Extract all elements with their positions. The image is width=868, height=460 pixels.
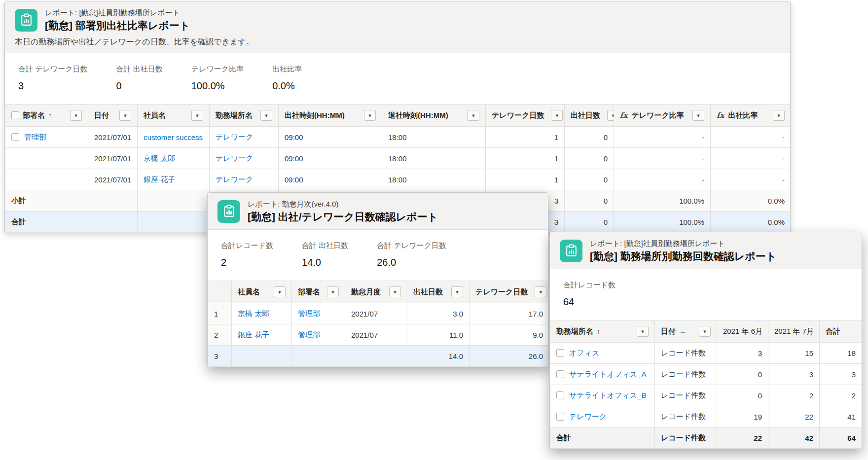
row-number: 2 [208, 324, 232, 346]
cell-workplace: サテライトオフィス_B [550, 385, 655, 406]
col-header-telework-ratio[interactable]: fx テレワーク比率 ▾ [614, 105, 711, 127]
workplace-link[interactable]: オフィス [569, 349, 599, 358]
cell-telework-days: 1 [486, 169, 565, 190]
col-header-workplace[interactable]: 勤務場所名 ↑ ▾ [550, 320, 655, 343]
col-label: 勤怠月度 [351, 287, 381, 297]
metric-telework-days: 合計 テレワーク日数 3 [18, 65, 88, 92]
column-menu-button[interactable]: ▾ [70, 110, 82, 121]
row-checkbox[interactable] [556, 370, 564, 378]
cell-telework-days: 1 [486, 127, 565, 148]
col-header-dept[interactable]: 部署名 ↑ ▾ [5, 105, 88, 127]
row-checkbox[interactable] [556, 349, 564, 357]
cell-office-days: 0 [565, 169, 614, 190]
col-header-date[interactable]: 日付 → ▾ [655, 320, 717, 343]
column-menu-button[interactable]: ▾ [274, 286, 286, 297]
col-header-employee[interactable]: 社員名 ▾ [138, 105, 210, 127]
workplace-link[interactable]: テレワーク [569, 412, 607, 422]
workplace-link[interactable]: テレワーク [216, 133, 253, 141]
employee-link[interactable]: 京橋 太郎 [238, 309, 269, 318]
employee-link[interactable]: customer success [144, 133, 203, 142]
column-menu-button[interactable]: ▾ [699, 326, 711, 337]
cell-measure: レコード件数 [655, 406, 717, 427]
sort-asc-icon: ↑ [597, 327, 600, 335]
col-header-employee[interactable]: 社員名 ▾ [232, 281, 292, 303]
chevron-down-icon: ▾ [777, 113, 780, 118]
chevron-down-icon: ▾ [456, 289, 459, 295]
metric-value: 64 [563, 296, 615, 308]
table-row: 管理部 2021/07/01 customer success テレワーク 09… [5, 127, 791, 148]
col-header-office-days[interactable]: 出社日数 ▾ [407, 281, 470, 303]
row-checkbox[interactable] [556, 391, 564, 399]
employee-link[interactable]: 京橋 太郎 [144, 154, 175, 162]
col-header-workplace[interactable]: 勤務場所名 ▾ [210, 105, 279, 127]
metric-value: 100.0% [191, 80, 244, 92]
cell-office-ratio: - [711, 127, 791, 148]
column-menu-button[interactable]: ▾ [607, 110, 614, 121]
col-header-telework-days[interactable]: テレワーク日数 ▾ [486, 105, 565, 127]
col-header-month[interactable]: 勤怠月度 ▾ [345, 281, 407, 303]
column-menu-button[interactable]: ▾ [551, 110, 563, 121]
employee-link[interactable]: 銀座 花子 [144, 175, 175, 183]
col-header-office-ratio[interactable]: fx 出社比率 ▾ [711, 105, 791, 127]
column-menu-button[interactable]: ▾ [119, 110, 131, 121]
col-header-office-days[interactable]: 出社日数 ▾ [565, 105, 614, 127]
workplace-link[interactable]: サテライトオフィス_A [569, 370, 647, 379]
group-right-icon: → [679, 327, 686, 335]
cell-total: 3 [820, 364, 862, 385]
col-label: 退社時刻(HH:MM) [388, 111, 448, 120]
col-header-month-jun[interactable]: 2021 年 6月 [717, 320, 768, 343]
column-menu-button[interactable]: ▾ [327, 286, 339, 297]
cell-workplace: テレワーク [550, 406, 655, 427]
workplace-link[interactable]: テレワーク [216, 154, 253, 162]
formula-icon: fx [620, 111, 627, 120]
metric-value: 26.0 [377, 256, 446, 268]
col-header-clock-in[interactable]: 出社時刻(HH:MM) ▾ [279, 105, 382, 127]
cell-date: 2021/07/01 [88, 148, 138, 169]
column-menu-button[interactable]: ▾ [451, 286, 463, 297]
workplace-link[interactable]: サテライトオフィス_B [569, 391, 647, 400]
workplace-link[interactable]: テレワーク [216, 175, 253, 183]
clipboard-chart-icon [20, 13, 33, 27]
chevron-down-icon: ▾ [556, 113, 559, 118]
column-menu-button[interactable]: ▾ [692, 110, 704, 121]
row-checkbox[interactable] [11, 133, 19, 141]
column-menu-button[interactable]: ▾ [637, 326, 649, 337]
sort-asc-icon: ↑ [48, 111, 52, 119]
dept-link[interactable]: 管理部 [298, 330, 320, 339]
column-menu-button[interactable]: ▾ [535, 286, 546, 297]
column-menu-button[interactable]: ▾ [773, 110, 785, 121]
column-menu-button[interactable]: ▾ [389, 286, 401, 297]
col-label: 社員名 [238, 287, 260, 297]
table-row: 1 京橋 太郎 管理部 2021/07 3.0 17.0 [208, 303, 549, 324]
col-header-telework-days[interactable]: テレワーク日数 ▾ [470, 281, 549, 303]
col-header-dept[interactable]: 部署名 ▾ [292, 281, 345, 303]
column-menu-button[interactable]: ▾ [191, 110, 203, 121]
cell-measure: レコード件数 [655, 364, 717, 385]
col-header-clock-out[interactable]: 退社時刻(HH:MM) ▾ [382, 105, 486, 127]
col-label: 出社日数 [571, 111, 600, 120]
cell-dept: 管理部 [292, 324, 345, 346]
row-number: 1 [208, 303, 232, 324]
metric-value: 2 [221, 256, 273, 268]
dept-link[interactable]: 管理部 [24, 133, 46, 142]
select-all-checkbox[interactable] [11, 111, 19, 119]
report-header: レポート: 勤怠月次(ver.4.0) [勤怠] 出社/テレワーク日数確認レポー… [208, 193, 548, 230]
employee-link[interactable]: 銀座 花子 [238, 330, 269, 339]
metric-value: 0 [116, 80, 163, 92]
header-row: 社員名 ▾ 部署名 ▾ 勤怠月度 [208, 281, 549, 303]
col-label: テレワーク比率 [631, 111, 684, 120]
metric-telework-days: 合計 テレワーク日数 26.0 [377, 241, 446, 268]
chevron-down-icon: ▾ [472, 113, 475, 118]
col-label: 部署名 [23, 111, 45, 120]
col-header-date[interactable]: 日付 ▾ [88, 105, 138, 127]
column-menu-button[interactable]: ▾ [468, 110, 479, 121]
total-row: 合計 レコード件数 22 42 64 [550, 427, 862, 449]
cell-office-days: 3.0 [407, 303, 470, 324]
summary-metrics: 合計 テレワーク日数 3 合計 出社日数 0 テレワーク比率 100.0% 出社… [5, 53, 790, 104]
dept-link[interactable]: 管理部 [298, 309, 320, 318]
column-menu-button[interactable]: ▾ [364, 110, 376, 121]
row-checkbox[interactable] [556, 413, 564, 421]
col-header-month-jul[interactable]: 2021 年 7月 [768, 320, 820, 343]
subtotal-label: 小計 [5, 190, 88, 212]
column-menu-button[interactable]: ▾ [260, 110, 272, 121]
